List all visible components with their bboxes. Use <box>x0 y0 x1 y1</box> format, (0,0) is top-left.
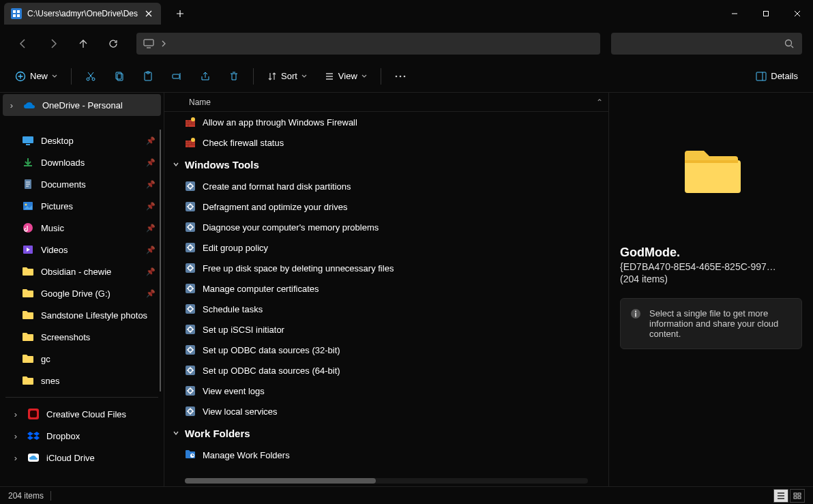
up-button[interactable] <box>71 31 95 56</box>
copy-button[interactable] <box>107 64 132 89</box>
share-button[interactable] <box>193 64 218 89</box>
pin-icon: 📌 <box>146 158 156 167</box>
group-name: Windows Tools <box>185 159 259 171</box>
chevron-right-icon[interactable]: › <box>7 100 16 110</box>
sidebar-item-label: Videos <box>41 245 68 255</box>
sidebar-item-label: Downloads <box>41 158 85 168</box>
icloud-icon <box>27 451 40 464</box>
rename-button[interactable] <box>164 64 189 89</box>
svg-rect-20 <box>23 136 33 143</box>
new-tab-button[interactable] <box>169 3 191 25</box>
sidebar-item-screenshots[interactable]: Screenshots <box>3 326 161 348</box>
sidebar-item-snes[interactable]: snes <box>3 370 161 391</box>
sidebar-item-downloads[interactable]: Downloads📌 <box>3 151 161 173</box>
sidebar-item-sandstone-lifestyle-photos[interactable]: Sandstone Lifestyle photos <box>3 304 161 326</box>
sidebar-item-creative-cloud-files[interactable]: ›Creative Cloud Files <box>3 403 161 425</box>
list-item[interactable]: View local services <box>164 401 608 421</box>
sidebar-item-google-drive-g-[interactable]: Google Drive (G:)📌 <box>3 282 161 304</box>
chevron-down-icon <box>52 74 57 79</box>
svg-rect-15 <box>173 74 179 78</box>
rename-icon <box>171 71 182 82</box>
list-item[interactable]: Diagnose your computer's memory problems <box>164 217 608 237</box>
details-item-count: (204 items) <box>620 273 802 284</box>
document-icon <box>22 178 34 190</box>
sort-button[interactable]: Sort <box>261 64 314 89</box>
details-pane-button[interactable]: Details <box>749 64 805 89</box>
list-item[interactable]: Edit group policy <box>164 237 608 258</box>
chevron-down-icon <box>301 74 307 79</box>
window-tab[interactable]: C:\Users\admyr\OneDrive\Des <box>4 3 161 25</box>
list-item-label: View event logs <box>203 386 265 396</box>
sidebar-item-icloud-drive[interactable]: ›iCloud Drive <box>3 447 161 469</box>
paste-button[interactable] <box>136 64 160 89</box>
chevron-right-icon[interactable]: › <box>11 409 20 419</box>
forward-button[interactable] <box>41 31 65 56</box>
minimize-button[interactable] <box>719 0 750 27</box>
maximize-button[interactable] <box>750 0 782 27</box>
thumbnails-view-toggle[interactable] <box>790 489 805 503</box>
svg-rect-1 <box>13 10 16 13</box>
tab-close-button[interactable] <box>143 8 154 19</box>
chevron-right-icon[interactable]: › <box>11 453 20 463</box>
sidebar-item-dropbox[interactable]: ›Dropbox <box>3 425 161 447</box>
list-item[interactable]: Create and format hard disk partitions <box>164 176 608 196</box>
address-bar[interactable] <box>136 33 600 55</box>
list-item[interactable]: Free up disk space by deleting unnecessa… <box>164 258 608 278</box>
details-title: GodMode. <box>620 246 802 260</box>
back-button[interactable] <box>11 31 35 56</box>
group-header[interactable]: Work Folders <box>164 421 608 445</box>
list-item[interactable]: View event logs <box>164 381 608 401</box>
item-list[interactable]: Allow an app through Windows FirewallChe… <box>164 112 608 478</box>
copy-icon <box>114 71 125 82</box>
details-view-toggle[interactable] <box>773 489 788 503</box>
list-item[interactable]: Allow an app through Windows Firewall <box>164 112 608 132</box>
sidebar-item-documents[interactable]: Documents📌 <box>3 173 161 195</box>
svg-point-31 <box>191 117 195 121</box>
list-item[interactable]: Set up iSCSI initiator <box>164 319 608 340</box>
group-header[interactable]: Windows Tools <box>164 153 608 176</box>
details-pane: GodMode. {ED7BA470-8E54-465E-825C-997… (… <box>608 93 813 486</box>
list-item[interactable]: Check firewall status <box>164 132 608 153</box>
sidebar-item-label: iCloud Drive <box>46 453 95 463</box>
close-window-button[interactable] <box>782 0 813 27</box>
view-button[interactable]: View <box>318 64 374 89</box>
refresh-button[interactable] <box>101 31 125 56</box>
list-item[interactable]: Defragment and optimize your drives <box>164 196 608 217</box>
sidebar-item-gc[interactable]: gc <box>3 348 161 370</box>
cut-button[interactable] <box>78 64 103 89</box>
folder-icon <box>22 309 34 321</box>
group-name: Work Folders <box>185 428 250 439</box>
more-button[interactable] <box>388 64 413 89</box>
list-item[interactable]: Schedule tasks <box>164 299 608 319</box>
horizontal-scrollbar[interactable] <box>185 478 588 484</box>
list-item[interactable]: Set up ODBC data sources (64-bit) <box>164 360 608 381</box>
pin-icon: 📌 <box>146 267 156 276</box>
view-label: View <box>338 71 357 81</box>
delete-button[interactable] <box>222 64 246 89</box>
scrollbar-thumb[interactable] <box>185 478 376 484</box>
column-header-name[interactable]: Name ⌃ <box>164 93 608 112</box>
this-pc-icon <box>143 39 154 48</box>
sidebar-item-pictures[interactable]: Pictures📌 <box>3 195 161 217</box>
svg-point-24 <box>25 204 27 206</box>
workfolder-icon <box>185 449 196 460</box>
list-item[interactable]: Manage Work Folders <box>164 445 608 465</box>
sidebar-item-desktop[interactable]: Desktop📌 <box>3 130 161 151</box>
sidebar-onedrive[interactable]: › OneDrive - Personal <box>3 94 161 116</box>
tool-icon <box>185 324 196 335</box>
list-item[interactable]: Set up ODBC data sources (32-bit) <box>164 340 608 360</box>
sidebar-item-videos[interactable]: Videos📌 <box>3 239 161 261</box>
ellipsis-icon <box>395 75 406 78</box>
list-item[interactable]: Manage computer certificates <box>164 278 608 299</box>
svg-point-17 <box>400 75 402 77</box>
pin-icon: 📌 <box>146 289 156 298</box>
search-bar[interactable] <box>611 33 802 55</box>
cut-icon <box>85 71 96 82</box>
info-icon <box>630 308 641 339</box>
list-item-label: Set up ODBC data sources (64-bit) <box>203 366 340 376</box>
sidebar-item-obsidian-chewie[interactable]: Obsidian - chewie📌 <box>3 261 161 282</box>
chevron-right-icon[interactable]: › <box>11 431 20 441</box>
sidebar-item-music[interactable]: Music📌 <box>3 217 161 239</box>
breadcrumb-chevron-icon[interactable] <box>161 40 166 47</box>
new-button[interactable]: New <box>8 64 64 89</box>
